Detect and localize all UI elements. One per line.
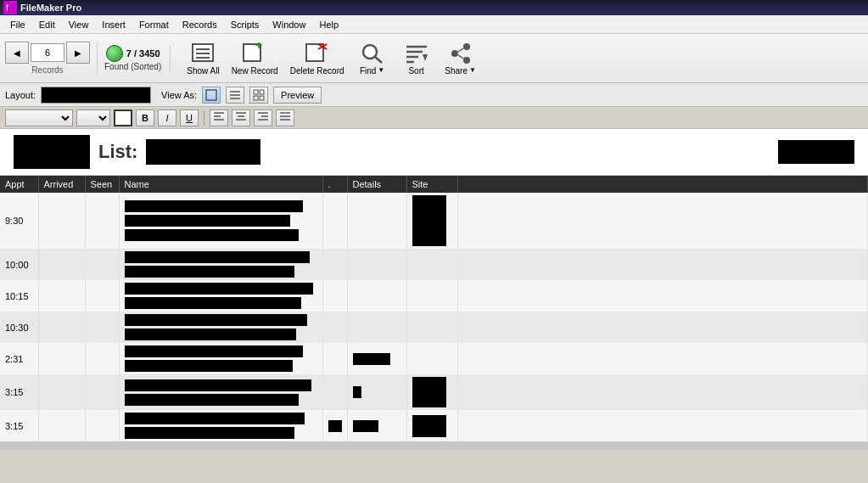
align-left-button[interactable] [210, 110, 228, 126]
name-block [125, 427, 294, 439]
app-icon: f [3, 1, 17, 14]
cell-details [347, 410, 406, 441]
font-selector[interactable] [5, 110, 73, 126]
cell-appt: 10:00 [0, 249, 38, 280]
nav-next-button[interactable]: ▶ [66, 42, 90, 64]
content-area: List: Appt Arrived Seen Name . Details S… [0, 129, 868, 441]
cell-appt: 10:30 [0, 312, 38, 343]
name-lines [125, 283, 317, 309]
share-label-group: Share ▼ [445, 65, 476, 76]
table-row[interactable]: 10:30 [0, 312, 868, 343]
nav-group: ◀ ▶ Records [5, 42, 98, 75]
svg-text:+: + [255, 42, 262, 52]
name-block [125, 329, 296, 340]
preview-button[interactable]: Preview [273, 87, 322, 104]
cell-rest [457, 249, 868, 280]
scroll-bar[interactable] [0, 441, 868, 450]
delete-record-button[interactable]: Delete Record [286, 37, 349, 80]
name-lines [125, 251, 317, 278]
new-record-button[interactable]: + New Record [227, 37, 283, 80]
cell-rest [457, 312, 868, 343]
menu-help[interactable]: Help [312, 18, 345, 31]
new-record-icon: + [241, 42, 268, 65]
share-button[interactable]: Share ▼ [440, 37, 481, 80]
cell-arrived [38, 249, 85, 280]
share-dropdown-icon: ▼ [469, 66, 476, 74]
find-button[interactable]: Find ▼ [352, 37, 393, 80]
table-row[interactable]: 2:31 [0, 343, 868, 374]
title-bar-text: FileMaker Pro [20, 3, 81, 13]
cell-arrived [38, 343, 85, 374]
cell-details [347, 249, 406, 280]
view-form-button[interactable] [202, 87, 221, 104]
menu-insert[interactable]: Insert [95, 18, 132, 31]
menu-edit[interactable]: Edit [32, 18, 62, 31]
italic-button[interactable]: I [158, 110, 176, 126]
table-row[interactable]: 3:15 [0, 410, 868, 441]
share-icon [447, 42, 474, 65]
menu-records[interactable]: Records [176, 18, 224, 31]
cell-seen [85, 374, 119, 410]
cell-appt: 9:30 [0, 193, 38, 249]
cell-dot [322, 280, 347, 312]
details-small-block [353, 386, 361, 398]
cell-arrived [38, 410, 85, 441]
name-block [125, 215, 290, 227]
found-badge: 7 / 3450 [106, 45, 160, 62]
data-table: Appt Arrived Seen Name . Details Site 9:… [0, 176, 868, 441]
col-header-details: Details [347, 176, 406, 193]
cell-details [347, 312, 406, 343]
record-number-input[interactable] [31, 43, 64, 62]
cell-seen [85, 312, 119, 343]
list-title-logo-block [14, 135, 90, 169]
svg-point-11 [363, 45, 377, 59]
show-all-button[interactable]: Show All [182, 37, 223, 80]
svg-point-19 [463, 57, 470, 64]
sort-button[interactable]: Sort [396, 37, 437, 80]
layout-selector[interactable] [41, 87, 151, 104]
cell-site [406, 374, 457, 410]
col-header-arrived: Arrived [38, 176, 85, 193]
name-block [125, 314, 307, 326]
cell-name [119, 193, 322, 249]
find-label: Find [360, 66, 376, 76]
cell-name [119, 312, 322, 343]
nav-prev-button[interactable]: ◀ [5, 42, 29, 64]
format-bar: B I U [0, 107, 868, 129]
color-picker[interactable] [114, 110, 132, 126]
font-size-selector[interactable] [76, 110, 110, 126]
cell-name [119, 343, 322, 374]
table-row[interactable]: 9:30 [0, 193, 868, 249]
menu-format[interactable]: Format [132, 18, 176, 31]
menu-file[interactable]: File [3, 18, 32, 31]
show-all-icon [189, 42, 216, 65]
align-center-button[interactable] [232, 110, 250, 126]
menu-view[interactable]: View [62, 18, 96, 31]
menu-window[interactable]: Window [266, 18, 312, 31]
table-row[interactable]: 10:00 [0, 249, 868, 280]
menu-scripts[interactable]: Scripts [224, 18, 266, 31]
bold-button[interactable]: B [136, 110, 154, 126]
cell-name [119, 280, 322, 312]
toolbar: ◀ ▶ Records 7 / 3450 Found (Sorted) Show… [0, 34, 868, 83]
share-label: Share [445, 66, 468, 76]
align-right-button[interactable] [254, 110, 272, 126]
table-row[interactable]: 10:15 [0, 280, 868, 312]
details-block [353, 353, 390, 365]
cell-site [406, 193, 457, 249]
col-header-name: Name [119, 176, 322, 193]
view-list-button[interactable] [226, 87, 244, 104]
layout-bar: Layout: View As: Preview [0, 83, 868, 107]
cell-details [347, 193, 406, 249]
cell-name [119, 374, 322, 410]
cell-appt: 10:15 [0, 280, 38, 312]
underline-button[interactable]: U [180, 110, 199, 126]
table-row[interactable]: 3:15 [0, 374, 868, 410]
align-justify-button[interactable] [276, 110, 294, 126]
view-table-button[interactable] [249, 87, 268, 104]
site-block-tall [412, 195, 446, 246]
cell-arrived [38, 193, 85, 249]
cell-site [406, 343, 457, 374]
cell-site [406, 280, 457, 312]
menu-bar: File Edit View Insert Format Records Scr… [0, 15, 868, 34]
